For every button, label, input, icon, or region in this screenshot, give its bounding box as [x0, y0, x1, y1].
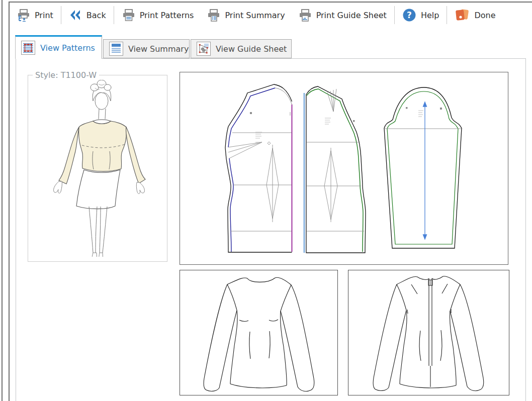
garment-front-view-drawing	[180, 270, 337, 395]
tab-view-guide-sheet-label: View Guide Sheet	[216, 44, 294, 54]
view-patterns-icon	[21, 41, 35, 55]
tab-view-summary[interactable]: View Summary	[103, 39, 190, 58]
pattern-pieces-drawing	[180, 72, 508, 264]
print-guide-sheet-icon	[298, 9, 312, 22]
view-guide-sheet-icon	[197, 42, 211, 56]
window-left-edge	[2, 0, 3, 401]
print-summary-button-label: Print Summary	[225, 11, 285, 20]
garment-front-view-panel	[180, 270, 338, 395]
done-icon	[455, 8, 470, 22]
back-icon	[69, 9, 82, 22]
piece-bodice-front	[225, 84, 292, 252]
print-guide-sheet-button-label: Print Guide Sheet	[316, 11, 387, 20]
done-button[interactable]: Done	[448, 4, 502, 27]
back-button-label: Back	[86, 11, 106, 20]
tab-view-patterns-label: View Patterns	[40, 43, 102, 53]
print-button[interactable]: Print	[10, 4, 60, 27]
help-icon: ?	[402, 8, 416, 22]
print-patterns-button-label: Print Patterns	[140, 11, 194, 20]
pattern-pieces-panel	[180, 72, 508, 265]
toolbar-separator	[447, 6, 447, 24]
print-summary-icon	[207, 9, 220, 22]
tab-view-summary-label: View Summary	[128, 44, 196, 54]
print-guide-sheet-button[interactable]: Print Guide Sheet	[292, 4, 393, 27]
piece-bodice-back	[304, 86, 366, 253]
print-patterns-icon	[122, 9, 135, 22]
toolbar-separator	[114, 6, 114, 24]
back-button[interactable]: Back	[62, 4, 113, 27]
print-patterns-button[interactable]: Print Patterns	[115, 4, 201, 27]
toolbar: Print Back Print Patterns	[10, 3, 502, 27]
help-button-label: Help	[421, 11, 439, 20]
garment-back-view-panel	[348, 270, 509, 395]
app-panel-top-border	[9, 2, 532, 3]
help-button[interactable]: ? Help	[396, 4, 446, 27]
tab-view-guide-sheet[interactable]: View Guide Sheet	[191, 39, 292, 58]
tab-view-patterns[interactable]: View Patterns	[15, 35, 102, 59]
croquis-illustration	[31, 80, 164, 257]
piece-sleeve	[384, 87, 462, 248]
done-button-label: Done	[474, 11, 495, 20]
print-icon	[17, 9, 30, 22]
app-panel-left-border	[9, 2, 10, 401]
style-panel-legend: Style: T1100-W	[33, 70, 99, 80]
svg-text:?: ?	[407, 10, 412, 20]
print-summary-button[interactable]: Print Summary	[200, 4, 291, 27]
style-panel: Style: T1100-W	[28, 70, 167, 262]
print-button-label: Print	[35, 11, 53, 20]
toolbar-separator	[61, 6, 61, 24]
view-summary-icon	[109, 42, 123, 56]
garment-back-view-drawing	[348, 270, 509, 395]
toolbar-separator	[394, 6, 395, 24]
